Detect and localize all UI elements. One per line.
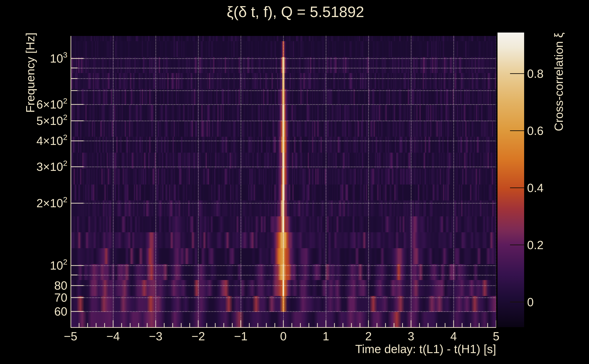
x-tick-label: 5 bbox=[493, 330, 500, 342]
colorbar-tick-label: 0.6 bbox=[527, 124, 543, 138]
x-tick-label: 4 bbox=[450, 330, 457, 342]
x-tick-label: −1 bbox=[234, 330, 247, 342]
y-tick-label: 4×102 bbox=[1, 134, 67, 148]
y-tick-label: 6×102 bbox=[1, 98, 67, 111]
colorbar-gradient bbox=[497, 32, 524, 327]
heatmap-plot-area bbox=[71, 36, 496, 328]
y-tick-label: 2×102 bbox=[1, 196, 67, 210]
x-tick-label: −5 bbox=[64, 330, 77, 342]
colorbar-tick-label: 0 bbox=[527, 295, 534, 309]
colorbar-tick-label: 0.8 bbox=[527, 67, 543, 81]
heatmap-canvas bbox=[71, 36, 496, 328]
y-tick-label: 5×102 bbox=[1, 114, 67, 128]
colorbar-tick-label: 0.4 bbox=[527, 181, 543, 195]
colorbar-tick-label: 0.2 bbox=[527, 238, 543, 252]
x-tick-label: −4 bbox=[106, 330, 120, 342]
y-tick-label: 3×102 bbox=[1, 160, 67, 174]
colorbar-tick-mark bbox=[510, 188, 524, 188]
x-tick-label: −2 bbox=[191, 330, 205, 342]
colorbar-tick-mark bbox=[510, 245, 524, 245]
colorbar-title: Cross-correlation ξ bbox=[552, 32, 566, 131]
colorbar-tick-mark bbox=[510, 73, 524, 74]
y-tick-label: 102 bbox=[1, 259, 67, 272]
colorbar-tick-mark bbox=[510, 302, 524, 302]
x-tick-label: −3 bbox=[149, 330, 162, 342]
x-tick-label: 1 bbox=[323, 330, 329, 342]
y-tick-label: 70 bbox=[1, 291, 67, 304]
figure-canvas: ξ(δ t, f), Q = 5.51892 Frequency [Hz] Ti… bbox=[0, 0, 589, 364]
x-tick-label: 3 bbox=[408, 330, 414, 342]
colorbar-tick-mark bbox=[510, 130, 524, 131]
plot-title: ξ(δ t, f), Q = 5.51892 bbox=[227, 3, 364, 20]
x-tick-label: 0 bbox=[280, 330, 287, 342]
y-tick-label: 60 bbox=[1, 305, 67, 318]
y-tick-label: 80 bbox=[1, 279, 67, 292]
y-tick-label: 103 bbox=[1, 52, 67, 65]
x-axis-title: Time delay: t(L1) - t(H1) [s] bbox=[355, 342, 496, 356]
x-tick-label: 2 bbox=[365, 330, 372, 342]
